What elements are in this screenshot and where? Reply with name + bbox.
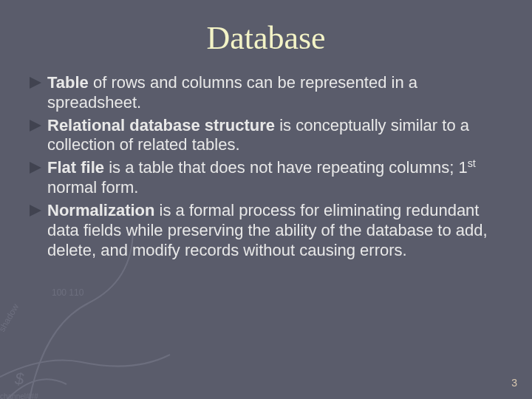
bullet-lead: Flat file [47,158,104,177]
bullet-rest: is a table that does not have repeating … [47,158,476,197]
bullet-text: Flat file is a table that does not have … [47,158,502,198]
bullet-list: Table of rows and columns can be represe… [30,73,502,260]
svg-marker-6 [30,162,41,174]
bullet-lead: Relational database structure [47,116,275,134]
bullet-text: Relational database structure is concept… [47,116,502,156]
bullet-item: Normalization is a formal process for el… [30,201,502,260]
slide-title: Database [30,19,502,57]
svg-marker-7 [30,205,41,216]
bullet-arrow-icon [30,162,43,175]
bullet-arrow-icon [30,77,43,90]
bullet-text: Table of rows and columns can be represe… [47,73,502,113]
bullet-arrow-icon [30,120,43,133]
bullet-text: Normalization is a formal process for el… [47,201,502,260]
slide: Database Table of rows and columns can b… [0,0,532,399]
bullet-arrow-icon [30,205,43,218]
page-number: 3 [511,377,517,389]
bullet-rest: of rows and columns can be represented i… [47,73,417,112]
bullet-item: Flat file is a table that does not have … [30,158,502,198]
svg-marker-5 [30,120,41,132]
svg-marker-4 [30,77,41,89]
bullet-lead: Table [47,73,89,92]
bullet-item: Relational database structure is concept… [30,116,502,156]
bullet-item: Table of rows and columns can be represe… [30,73,502,113]
bullet-lead: Normalization [47,201,154,219]
